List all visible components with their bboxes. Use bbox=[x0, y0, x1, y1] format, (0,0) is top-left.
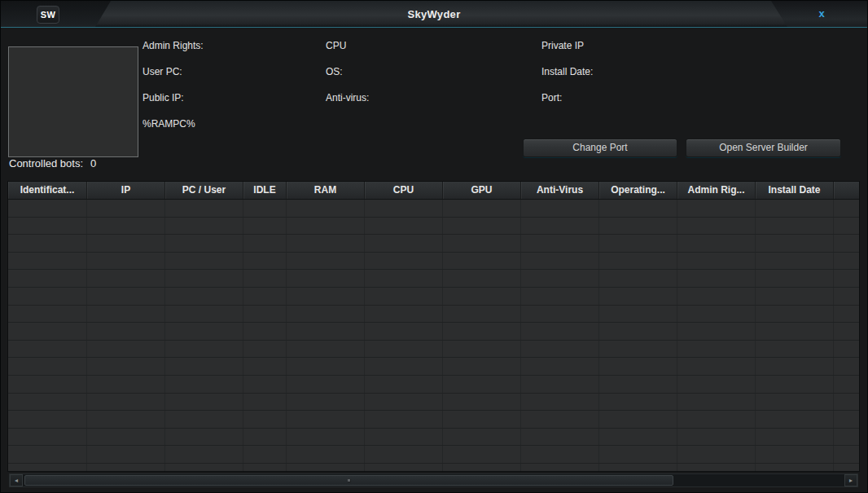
table-cell bbox=[599, 218, 677, 235]
info-column-2: CPUOS:Anti-virus: bbox=[326, 40, 369, 118]
horizontal-scrollbar: ◂ ▸ bbox=[9, 473, 858, 487]
table-row[interactable] bbox=[8, 306, 859, 324]
table-cell bbox=[8, 288, 87, 305]
controlled-bots-label: Controlled bots: bbox=[9, 157, 83, 169]
table-row[interactable] bbox=[8, 376, 859, 394]
table-cell bbox=[521, 394, 599, 411]
table-cell bbox=[443, 323, 521, 340]
scroll-left-button[interactable]: ◂ bbox=[10, 474, 23, 486]
table-cell bbox=[287, 235, 365, 252]
table-row[interactable] bbox=[8, 200, 859, 218]
column-header[interactable]: IDLE bbox=[243, 182, 287, 199]
table-cell bbox=[287, 341, 365, 358]
table-cell bbox=[756, 323, 834, 340]
app-logo[interactable]: SW bbox=[37, 6, 59, 24]
table-cell bbox=[287, 200, 365, 217]
table-row[interactable] bbox=[8, 270, 859, 288]
table-cell bbox=[521, 376, 599, 393]
scroll-left-icon: ◂ bbox=[15, 477, 18, 484]
info-label: Install Date: bbox=[541, 66, 593, 92]
table-cell bbox=[243, 323, 287, 340]
table-cell bbox=[165, 200, 243, 217]
bots-table-body[interactable] bbox=[8, 200, 859, 472]
table-cell bbox=[365, 200, 443, 217]
table-cell bbox=[756, 288, 834, 305]
scrollbar-thumb[interactable] bbox=[24, 475, 673, 486]
column-header[interactable]: IP bbox=[87, 182, 165, 199]
column-header[interactable]: GPU bbox=[443, 182, 521, 199]
table-row[interactable] bbox=[8, 288, 859, 306]
table-cell bbox=[834, 341, 859, 358]
table-row[interactable] bbox=[8, 253, 859, 271]
table-cell bbox=[756, 270, 834, 287]
column-header[interactable]: PC / User bbox=[165, 182, 243, 199]
close-button[interactable]: x bbox=[813, 7, 831, 22]
table-cell bbox=[756, 429, 834, 446]
table-cell bbox=[165, 464, 243, 472]
table-cell bbox=[8, 394, 87, 411]
controlled-bots-status: Controlled bots:0 bbox=[9, 157, 96, 169]
scroll-right-button[interactable]: ▸ bbox=[844, 474, 857, 486]
table-row[interactable] bbox=[8, 235, 859, 253]
table-row[interactable] bbox=[8, 446, 859, 464]
table-row[interactable] bbox=[8, 429, 859, 447]
column-header[interactable]: Identificat... bbox=[8, 182, 87, 199]
table-cell bbox=[243, 235, 287, 252]
table-cell bbox=[443, 235, 521, 252]
column-header[interactable]: CPU bbox=[365, 182, 443, 199]
table-cell bbox=[756, 411, 834, 428]
info-label: Public IP: bbox=[142, 92, 204, 118]
column-header[interactable]: RAM bbox=[287, 182, 365, 199]
table-cell bbox=[599, 429, 677, 446]
table-cell bbox=[443, 253, 521, 270]
table-row[interactable] bbox=[8, 464, 859, 472]
change-port-button[interactable]: Change Port bbox=[523, 139, 677, 157]
table-cell bbox=[87, 323, 165, 340]
table-cell bbox=[287, 376, 365, 393]
column-header[interactable]: Admin Rig... bbox=[677, 182, 756, 199]
table-cell bbox=[834, 270, 859, 287]
table-row[interactable] bbox=[8, 218, 859, 235]
table-cell bbox=[365, 394, 443, 411]
table-cell bbox=[834, 218, 859, 235]
table-cell bbox=[677, 376, 756, 393]
table-row[interactable] bbox=[8, 341, 859, 359]
table-cell bbox=[8, 253, 87, 270]
table-cell bbox=[365, 288, 443, 305]
table-cell bbox=[599, 288, 677, 305]
table-cell bbox=[521, 323, 599, 340]
table-row[interactable] bbox=[8, 394, 859, 412]
table-cell bbox=[677, 235, 756, 252]
table-cell bbox=[599, 200, 677, 217]
column-header[interactable] bbox=[834, 182, 859, 199]
table-cell bbox=[87, 464, 165, 472]
table-cell bbox=[165, 323, 243, 340]
table-row[interactable] bbox=[8, 358, 859, 376]
table-cell bbox=[834, 394, 859, 411]
table-cell bbox=[165, 341, 243, 358]
table-cell bbox=[443, 200, 521, 217]
table-row[interactable] bbox=[8, 411, 859, 429]
table-cell bbox=[834, 323, 859, 340]
table-cell bbox=[365, 429, 443, 446]
column-header[interactable]: Anti-Virus bbox=[521, 182, 599, 199]
table-row[interactable] bbox=[8, 323, 859, 341]
column-header[interactable]: Operating... bbox=[599, 182, 677, 199]
table-cell bbox=[677, 358, 756, 375]
table-cell bbox=[8, 218, 87, 235]
column-header[interactable]: Install Date bbox=[756, 182, 834, 199]
table-cell bbox=[365, 358, 443, 375]
scroll-right-icon: ▸ bbox=[849, 477, 853, 484]
table-cell bbox=[287, 358, 365, 375]
table-cell bbox=[756, 341, 834, 358]
title-bar: SW SkyWyder x bbox=[1, 1, 867, 28]
table-cell bbox=[521, 253, 599, 270]
table-cell bbox=[87, 376, 165, 393]
table-cell bbox=[243, 341, 287, 358]
open-server-builder-button[interactable]: Open Server Builder bbox=[686, 139, 841, 157]
table-cell bbox=[599, 323, 677, 340]
scrollbar-track[interactable] bbox=[23, 474, 844, 486]
table-cell bbox=[87, 288, 165, 305]
table-cell bbox=[243, 253, 287, 270]
table-cell bbox=[165, 358, 243, 375]
